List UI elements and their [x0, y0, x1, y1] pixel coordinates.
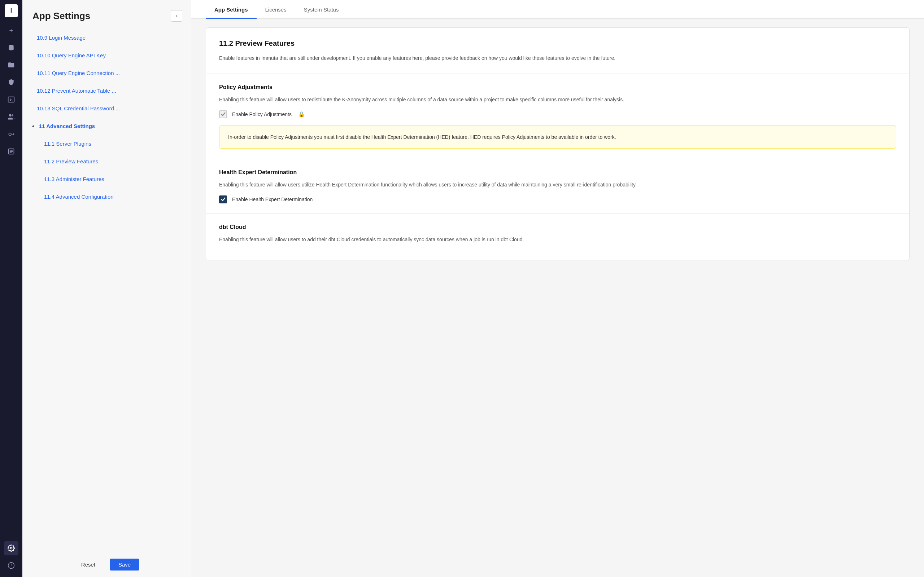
sidebar-title: App Settings — [32, 10, 90, 22]
save-button[interactable]: Save — [110, 559, 139, 571]
sidebar-item-11-3[interactable]: 11.3 Administer Features — [23, 170, 191, 188]
policy-adjustments-desc: Enabling this feature will allow users t… — [219, 95, 896, 103]
hed-title: Health Expert Determination — [219, 169, 896, 176]
dbt-title: dbt Cloud — [219, 224, 896, 230]
tab-app-settings[interactable]: App Settings — [206, 0, 257, 19]
sidebar-item-11-4[interactable]: 11.4 Advanced Configuration — [23, 188, 191, 206]
sidebar-item-10-9[interactable]: 10.9 Login Message — [23, 29, 191, 47]
users-nav-icon[interactable] — [4, 110, 18, 124]
hed-label: Enable Health Expert Determination — [232, 197, 313, 202]
sidebar-item-10-13[interactable]: 10.13 SQL Credential Password ... — [23, 100, 191, 117]
svg-point-3 — [9, 114, 11, 117]
policy-adjustments-checkbox[interactable] — [219, 110, 227, 118]
lock-icon: 🔒 — [298, 111, 305, 118]
sidebar-item-10-11[interactable]: 10.11 Query Engine Connection ... — [23, 64, 191, 82]
sidebar-item-10-10[interactable]: 10.10 Query Engine API Key — [23, 47, 191, 64]
nav-bar: I ＋ — [0, 0, 23, 577]
sidebar-footer: Reset Save — [23, 552, 191, 577]
collapse-button[interactable]: ‹ — [171, 10, 182, 22]
key-nav-icon[interactable] — [4, 127, 18, 141]
settings-nav-icon[interactable] — [4, 541, 18, 555]
svg-point-4 — [9, 133, 11, 135]
preview-features-card: 11.2 Preview Features Enable features in… — [206, 27, 909, 260]
sidebar-nav: 10.9 Login Message 10.10 Query Engine AP… — [23, 29, 191, 552]
sidebar-header: App Settings ‹ — [23, 0, 191, 29]
dbt-desc: Enabling this feature will allow users t… — [219, 235, 896, 243]
policy-adjustments-checkbox-row: Enable Policy Adjustments 🔒 — [219, 110, 896, 118]
reports-nav-icon[interactable] — [4, 144, 18, 159]
tab-licenses[interactable]: Licenses — [257, 0, 295, 19]
svg-point-9 — [10, 548, 12, 549]
sidebar-item-10-12[interactable]: 10.12 Prevent Automatic Table ... — [23, 82, 191, 100]
help-nav-icon[interactable] — [4, 558, 18, 573]
sidebar-item-11[interactable]: ▲ 11 Advanced Settings — [23, 117, 191, 135]
sidebar: App Settings ‹ 10.9 Login Message 10.10 … — [23, 0, 191, 577]
content-area: 11.2 Preview Features Enable features in… — [191, 19, 924, 577]
folder-nav-icon[interactable] — [4, 58, 18, 72]
tabs-bar: App Settings Licenses System Status — [191, 0, 924, 19]
policy-adjustments-section: Policy Adjustments Enabling this feature… — [206, 74, 909, 159]
tab-system-status[interactable]: System Status — [295, 0, 347, 19]
hed-checkbox-row: Enable Health Expert Determination — [219, 195, 896, 203]
plus-nav-icon[interactable]: ＋ — [4, 23, 18, 37]
chevron-up-icon: ▲ — [31, 123, 36, 129]
hed-section: Health Expert Determination Enabling thi… — [206, 159, 909, 213]
hed-desc: Enabling this feature will allow users u… — [219, 181, 896, 189]
section-title: 11.2 Preview Features — [219, 39, 896, 48]
sidebar-item-11-1[interactable]: 11.1 Server Plugins — [23, 135, 191, 153]
dbt-section: dbt Cloud Enabling this feature will all… — [206, 214, 909, 260]
app-logo: I — [5, 4, 18, 17]
policy-adjustments-title: Policy Adjustments — [219, 84, 896, 90]
shield-nav-icon[interactable] — [4, 75, 18, 89]
section-desc: Enable features in Immuta that are still… — [219, 54, 896, 62]
terminal-nav-icon[interactable] — [4, 92, 18, 107]
policy-adjustments-warning: In-order to disable Policy Adjustments y… — [219, 126, 896, 148]
preview-features-header: 11.2 Preview Features Enable features in… — [206, 28, 909, 74]
hed-checkbox[interactable] — [219, 195, 227, 203]
main-content: App Settings Licenses System Status 11.2… — [191, 0, 924, 577]
database-nav-icon[interactable] — [4, 40, 18, 55]
sidebar-item-11-2[interactable]: 11.2 Preview Features — [23, 153, 191, 170]
policy-adjustments-label: Enable Policy Adjustments — [232, 111, 292, 117]
reset-button[interactable]: Reset — [74, 559, 102, 571]
